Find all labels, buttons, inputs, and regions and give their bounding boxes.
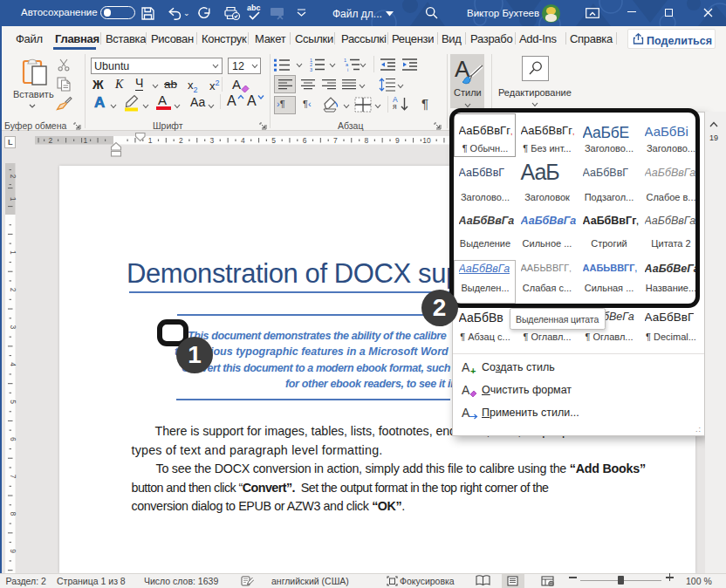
svg-text:i: i [347,67,348,72]
svg-text:6: 6 [9,437,17,441]
svg-text:7: 7 [9,475,17,479]
svg-text:4: 4 [241,136,245,145]
svg-text:3: 3 [210,136,215,145]
svg-text:1: 1 [148,136,153,145]
svg-text:2: 2 [49,136,53,145]
svg-text:6: 6 [303,136,307,145]
svg-text:8: 8 [365,136,369,145]
svg-text:2: 2 [179,136,183,145]
svg-text:4: 4 [9,362,17,366]
svg-text:3: 3 [310,67,312,72]
svg-text:1: 1 [84,136,88,145]
svg-text:1: 1 [9,250,17,255]
svg-text:9: 9 [395,136,400,145]
svg-text:5: 5 [271,136,276,145]
svg-text:2: 2 [9,174,17,179]
svg-text:7: 7 [333,136,338,145]
svg-text:9: 9 [9,549,17,553]
svg-text:2: 2 [9,288,17,292]
svg-text:8: 8 [9,512,17,516]
svg-text:3: 3 [9,325,17,330]
svg-text:10: 10 [422,136,431,145]
svg-text:1: 1 [9,197,17,202]
svg-text:5: 5 [9,400,17,404]
